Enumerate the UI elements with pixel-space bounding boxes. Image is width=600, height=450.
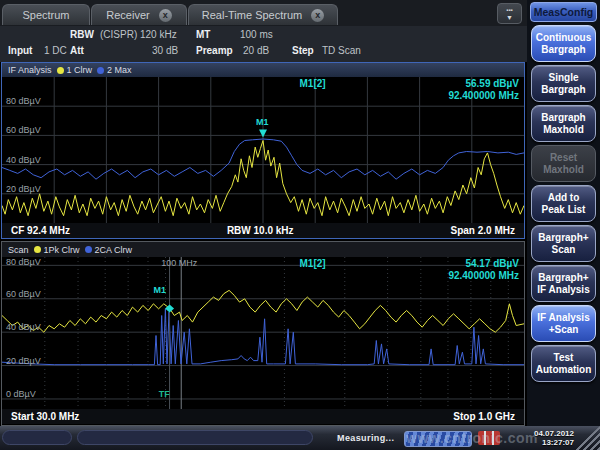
trace1-legend[interactable]: 1Pk Clrw bbox=[34, 245, 80, 255]
more-dots-icon: ▪▪▪ bbox=[498, 7, 521, 14]
window-title: IF Analysis bbox=[8, 65, 52, 75]
att-value[interactable]: 30 dB bbox=[152, 45, 178, 56]
softkey-menu-title: MeasConfig bbox=[530, 2, 597, 22]
tab-receiver[interactable]: Receiver x bbox=[91, 4, 187, 25]
if-window-footer: CF 92.4 MHz RBW 10.0 kHz Span 2.0 MHz bbox=[2, 223, 524, 238]
rbw-value[interactable]: (CISPR) 120 kHz bbox=[100, 29, 177, 40]
marker-m1-glyph[interactable] bbox=[259, 129, 267, 137]
trace2-color-dot-icon bbox=[85, 246, 92, 253]
span-readout: Span 2.0 MHz bbox=[451, 225, 515, 236]
softkey-bargraph-maxhold[interactable]: Bargraph Maxhold bbox=[531, 105, 596, 142]
softkey-single-bargraph[interactable]: Single Bargraph bbox=[531, 65, 596, 102]
tab-label: Real-Time Spectrum bbox=[202, 9, 302, 21]
trace2-legend[interactable]: 2CA Clrw bbox=[85, 245, 133, 255]
time-text: 13:27:07 bbox=[522, 438, 574, 447]
close-icon[interactable]: x bbox=[311, 9, 324, 22]
if-analysis-window: IF Analysis 1 Clrw 2 Max M1[2] 56.59 dBµ… bbox=[1, 62, 525, 239]
trace1-legend[interactable]: 1 Clrw bbox=[57, 65, 93, 75]
input-value[interactable]: 1 DC bbox=[44, 45, 67, 56]
tab-bar: Spectrum Receiver x Real-Time Spectrum x… bbox=[0, 0, 527, 26]
softkey-sidebar: MeasConfig Continuous Bargraph Single Ba… bbox=[527, 0, 600, 426]
trace1-color-dot-icon bbox=[57, 67, 64, 74]
if-analysis-chart[interactable]: M1[2] 56.59 dBµV92.400000 MHz 80 dBµV60 … bbox=[2, 77, 524, 223]
measuring-status: Measuring... bbox=[337, 433, 394, 443]
window-title: Scan bbox=[8, 245, 29, 255]
scan-chart[interactable]: M1[2] 54.17 dBµV92.400000 MHz 80 dBµV60 … bbox=[2, 257, 524, 409]
mt-label: MT bbox=[196, 29, 210, 40]
tab-real-time-spectrum[interactable]: Real-Time Spectrum x bbox=[188, 4, 338, 25]
watermark-stripes bbox=[404, 431, 472, 447]
softkey-add-to-peak-list[interactable]: Add to Peak List bbox=[531, 185, 596, 222]
scan-window-footer: Start 30.0 MHz Stop 1.0 GHz bbox=[2, 409, 524, 424]
cf-readout: CF 92.4 MHz bbox=[11, 225, 70, 236]
scan-window: Scan 1Pk Clrw 2CA Clrw M1[2] 54.17 dBµV9… bbox=[1, 241, 525, 426]
tab-label: Spectrum bbox=[22, 9, 69, 21]
softkey-continuous-bargraph[interactable]: Continuous Bargraph bbox=[531, 25, 596, 62]
softkey-if-analysis-scan[interactable]: IF Analysis +Scan bbox=[531, 305, 596, 342]
softkey-bargraph-if-analysis[interactable]: Bargraph+ IF Analysis bbox=[531, 265, 596, 302]
marker-readout: 56.59 dBµV92.400000 MHz bbox=[448, 78, 519, 102]
rbw-label: RBW bbox=[70, 29, 94, 40]
step-label: Step bbox=[292, 45, 314, 56]
mt-value[interactable]: 100 ms bbox=[240, 29, 273, 40]
date-text: 04.07.2012 bbox=[522, 429, 574, 438]
settings-bar: RBW (CISPR) 120 kHz MT 100 ms Input 1 DC… bbox=[0, 26, 527, 62]
instrument-screen: Spectrum Receiver x Real-Time Spectrum x… bbox=[0, 0, 600, 450]
close-icon[interactable]: x bbox=[159, 9, 172, 22]
scan-chart-canvas bbox=[2, 257, 524, 409]
more-windows-button[interactable]: ▪▪▪ ▼ bbox=[497, 3, 522, 24]
resize-grip-icon bbox=[574, 426, 600, 450]
chevron-down-icon: ▼ bbox=[498, 14, 521, 21]
scan-window-header[interactable]: Scan 1Pk Clrw 2CA Clrw bbox=[2, 242, 524, 257]
softkey-bargraph-scan[interactable]: Bargraph+ Scan bbox=[531, 225, 596, 262]
status-bar: Measuring... www.cntronic.com 04.07.2012… bbox=[0, 426, 600, 450]
trace2-color-dot-icon bbox=[97, 67, 104, 74]
preamp-label: Preamp bbox=[196, 45, 233, 56]
datetime-display: 04.07.2012 13:27:07 bbox=[522, 429, 574, 447]
att-label: Att bbox=[70, 45, 84, 56]
tab-label: Receiver bbox=[106, 9, 149, 21]
rbw-readout: RBW 10.0 kHz bbox=[227, 225, 294, 236]
start-readout: Start 30.0 MHz bbox=[11, 411, 79, 422]
stop-readout: Stop 1.0 GHz bbox=[453, 411, 515, 422]
if-chart-canvas bbox=[2, 77, 524, 223]
preamp-value[interactable]: 20 dB bbox=[243, 45, 269, 56]
status-field bbox=[2, 430, 72, 445]
softkey-reset-maxhold[interactable]: Reset Maxhold bbox=[531, 145, 596, 182]
input-label: Input bbox=[8, 45, 32, 56]
status-field bbox=[77, 430, 313, 445]
marker-readout: 54.17 dBµV92.400000 MHz bbox=[448, 258, 519, 282]
trace2-legend[interactable]: 2 Max bbox=[97, 65, 132, 75]
tab-spectrum[interactable]: Spectrum bbox=[2, 4, 90, 25]
softkey-test-automation[interactable]: Test Automation bbox=[531, 345, 596, 382]
if-window-header[interactable]: IF Analysis 1 Clrw 2 Max bbox=[2, 63, 524, 77]
marker-title: M1[2] bbox=[300, 258, 326, 269]
watermark-logo bbox=[478, 431, 500, 445]
step-value[interactable]: TD Scan bbox=[322, 45, 361, 56]
marker-title: M1[2] bbox=[300, 78, 326, 89]
trace1-color-dot-icon bbox=[34, 246, 41, 253]
